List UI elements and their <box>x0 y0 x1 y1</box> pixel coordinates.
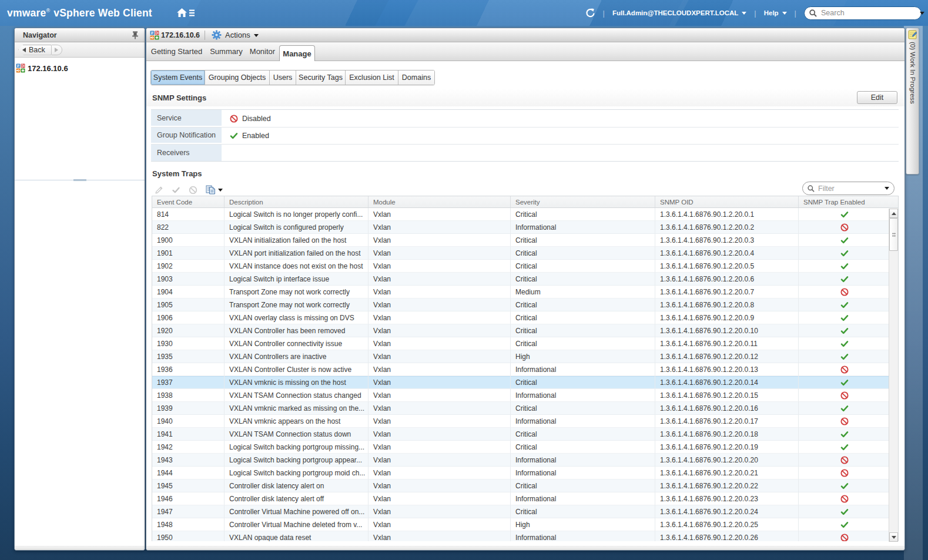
event-code-cell: 1902 <box>152 260 225 273</box>
enabled-icon <box>840 236 849 244</box>
edit-trap-button[interactable] <box>155 186 163 195</box>
pin-icon[interactable] <box>132 31 139 39</box>
navigator-splitter[interactable] <box>15 179 145 182</box>
column-header-description[interactable]: Description <box>225 196 368 207</box>
trap-row-1944[interactable]: 1944Logical Switch backing portgroup moi… <box>152 467 898 479</box>
disable-trap-icon <box>189 186 197 195</box>
trap-row-1936[interactable]: 1936VXLAN Controller Cluster is now acti… <box>152 363 898 376</box>
filter-input[interactable] <box>818 185 881 193</box>
filter-box[interactable] <box>802 182 895 195</box>
notepad-icon <box>908 30 917 39</box>
trap-row-1905[interactable]: 1905Transport Zone may not work correctl… <box>152 299 898 311</box>
tab-summary[interactable]: Summary <box>207 42 246 61</box>
scrollbar-thumb[interactable] <box>889 218 898 251</box>
subtab-grouping-objects[interactable]: Grouping Objects <box>205 71 269 85</box>
trap-row-1906[interactable]: 1906VXLAN overlay class is missing on DV… <box>152 311 898 324</box>
menu-icon[interactable] <box>189 9 195 16</box>
trap-row-1950[interactable]: 1950VXLAN opaque data resetVxlanInformat… <box>152 531 898 541</box>
trap-enabled-cell <box>799 454 898 467</box>
trap-row-1942[interactable]: 1942Logical Switch backing portgroup mis… <box>152 441 898 454</box>
column-header-snmp-trap-enabled[interactable]: SNMP Trap Enabled <box>799 196 898 207</box>
event-code-cell: 1941 <box>152 428 225 441</box>
trap-row-1948[interactable]: 1948Controller Virtual Machine deleted f… <box>152 518 898 531</box>
trap-row-1943[interactable]: 1943Logical Switch backing portgroup app… <box>152 454 898 467</box>
trap-row-822[interactable]: 822Logical Switch is configured properly… <box>152 221 898 234</box>
trap-row-1938[interactable]: 1938VXLAN TSAM Connection status changed… <box>152 389 898 402</box>
description-cell: Controller disk latency alert off <box>225 492 368 505</box>
trap-row-1902[interactable]: 1902VXLAN instance does not exist on the… <box>152 260 898 273</box>
subtab-exclusion-list[interactable]: Exclusion List <box>345 71 398 85</box>
refresh-icon[interactable] <box>585 8 595 18</box>
event-code-cell: 1906 <box>152 311 225 324</box>
module-cell: Vxlan <box>368 389 511 402</box>
forward-button[interactable] <box>52 45 62 55</box>
description-cell: Logical Switch ip interface issue <box>225 273 368 286</box>
enabled-icon <box>840 443 849 451</box>
enable-trap-icon <box>172 186 180 195</box>
snmp-oid-cell: 1.3.6.1.4.1.6876.90.1.2.20.0.10 <box>655 324 799 337</box>
column-header-snmp-oid[interactable]: SNMP OID <box>655 196 799 207</box>
module-cell: Vxlan <box>368 402 511 415</box>
home-button[interactable] <box>176 8 195 18</box>
search-input[interactable] <box>821 9 916 17</box>
trap-row-1939[interactable]: 1939VXLAN vmknic marked as missing on th… <box>152 402 898 415</box>
enabled-icon <box>840 275 849 283</box>
help-menu-label: Help <box>764 9 779 16</box>
trap-row-1947[interactable]: 1947Controller Virtual Machine powered o… <box>152 505 898 518</box>
trap-row-1904[interactable]: 1904Transport Zone may not work correctl… <box>152 286 898 299</box>
scroll-up-button[interactable] <box>889 209 898 218</box>
filter-dropdown-icon[interactable] <box>885 187 889 190</box>
actions-menu[interactable]: Actions <box>212 30 259 40</box>
column-header-severity[interactable]: Severity <box>511 196 655 207</box>
trap-row-1930[interactable]: 1930VXLAN Controller connectivity issueV… <box>152 337 898 350</box>
trap-row-1920[interactable]: 1920VXLAN Controller has been removedVxl… <box>152 324 898 337</box>
tab-getting-started[interactable]: Getting Started <box>146 42 207 61</box>
trap-row-1937[interactable]: 1937VXLAN vmknic is missing on the hostV… <box>152 376 898 389</box>
subtab-system-events[interactable]: System Events <box>151 71 205 85</box>
trap-enabled-cell <box>799 324 898 337</box>
tab-monitor[interactable]: Monitor <box>246 42 279 61</box>
trap-enabled-cell <box>799 389 898 402</box>
disabled-icon <box>840 288 849 296</box>
column-header-event-code[interactable]: Event Code <box>152 196 225 207</box>
home-icon[interactable] <box>176 8 187 18</box>
search-box[interactable] <box>804 6 922 20</box>
description-cell: Controller Virtual Machine powered off o… <box>225 505 368 518</box>
copy-button[interactable] <box>206 185 223 195</box>
description-cell: VXLAN initialization failed on the host <box>225 234 368 247</box>
column-header-module[interactable]: Module <box>368 196 511 207</box>
subtab-users[interactable]: Users <box>269 71 296 85</box>
work-in-progress-tab[interactable]: (0) Work In Progress <box>906 28 919 175</box>
trap-row-1903[interactable]: 1903Logical Switch ip interface issueVxl… <box>152 273 898 286</box>
tree-item[interactable]: 172.16.10.6 <box>16 62 145 74</box>
vertical-scrollbar[interactable] <box>889 209 898 542</box>
trap-row-1940[interactable]: 1940VXLAN vmknic appears on the hostVxla… <box>152 415 898 428</box>
disable-trap-button[interactable] <box>189 186 197 195</box>
description-cell: VXLAN Controller has been removed <box>225 324 368 337</box>
severity-cell: Critical <box>511 376 655 389</box>
trap-row-1935[interactable]: 1935VXLAN Controllers are inactiveVxlanH… <box>152 350 898 363</box>
user-menu[interactable]: Full.Admin@THECLOUDXPERT.LOCAL <box>612 9 746 16</box>
trap-row-1901[interactable]: 1901VXLAN port initialization failed on … <box>152 247 898 260</box>
subtab-security-tags[interactable]: Security Tags <box>296 71 345 85</box>
snmp-settings-row: Group NotificationEnabled <box>151 127 899 144</box>
enabled-icon <box>840 301 849 309</box>
manage-tab-content: System EventsGrouping ObjectsUsersSecuri… <box>146 62 904 546</box>
scroll-down-button[interactable] <box>889 532 898 542</box>
subtab-domains[interactable]: Domains <box>398 71 434 85</box>
severity-cell: Critical <box>511 311 655 324</box>
trap-row-814[interactable]: 814Logical Switch is no longer properly … <box>152 208 898 221</box>
trap-row-1941[interactable]: 1941VXLAN TSAM Connection status downVxl… <box>152 428 898 441</box>
search-dropdown-icon[interactable] <box>920 12 924 15</box>
tab-manage[interactable]: Manage <box>279 45 315 61</box>
enable-trap-button[interactable] <box>172 186 180 195</box>
trap-row-1946[interactable]: 1946Controller disk latency alert offVxl… <box>152 492 898 505</box>
edit-button[interactable]: Edit <box>857 91 897 104</box>
help-menu[interactable]: Help <box>764 9 787 16</box>
back-button[interactable]: Back <box>18 45 52 55</box>
description-cell: VXLAN TSAM Connection status changed <box>225 389 368 402</box>
trap-row-1945[interactable]: 1945Controller disk latency alert onVxla… <box>152 479 898 492</box>
severity-cell: Medium <box>511 286 655 299</box>
snmp-settings-row: Receivers <box>151 144 899 161</box>
trap-row-1900[interactable]: 1900VXLAN initialization failed on the h… <box>152 234 898 247</box>
